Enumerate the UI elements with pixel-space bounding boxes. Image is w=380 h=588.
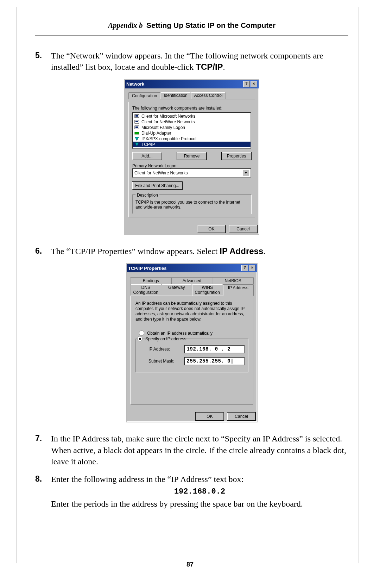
figure-tcpip-dialog: TCP/IP Properties ? × Bindings Advanced …: [35, 263, 348, 422]
step-5-number: 5.: [35, 50, 51, 73]
properties-button[interactable]: Properties: [222, 152, 251, 160]
components-label: The following network components are ins…: [132, 106, 251, 111]
client-icon: [134, 119, 139, 124]
list-item[interactable]: Client for Microsoft Networks: [133, 113, 251, 119]
list-item[interactable]: Microsoft Family Logon: [133, 125, 251, 130]
protocol-icon: [134, 142, 139, 147]
step-7-text: In the IP Address tab, make sure the cir…: [51, 433, 348, 467]
step-7: 7. In the IP Address tab, make sure the …: [35, 433, 348, 467]
help-icon[interactable]: ?: [241, 265, 248, 271]
step-6-number: 6.: [35, 246, 51, 257]
page-rule-left: [16, 7, 17, 563]
chapter-title: Setting Up Static IP on the Computer: [146, 21, 276, 29]
svg-rect-3: [135, 121, 138, 122]
running-head: Appendix b Setting Up Static IP on the C…: [35, 21, 348, 30]
subnet-mask-input[interactable]: 255.255.255. 0|: [184, 357, 245, 365]
primary-logon-dropdown[interactable]: Client for NetWare Networks ▾: [132, 168, 251, 178]
step-7-number: 7.: [35, 433, 51, 467]
radio-specify-ip[interactable]: Specify an IP address:: [137, 336, 245, 341]
list-item[interactable]: IPX/SPX-compatible Protocol: [133, 136, 251, 142]
list-item[interactable]: Client for NetWare Networks: [133, 119, 251, 125]
svg-rect-6: [135, 132, 139, 134]
tcpip-titlebar[interactable]: TCP/IP Properties ? ×: [127, 264, 257, 272]
close-icon[interactable]: ×: [251, 81, 257, 87]
tab-dns-configuration[interactable]: DNS Configuration: [130, 284, 162, 296]
radio-empty-icon: [139, 330, 144, 336]
tab-netbios[interactable]: NetBIOS: [212, 277, 254, 284]
cancel-button[interactable]: Cancel: [229, 225, 257, 233]
head-rule: [35, 35, 348, 36]
tab-identification[interactable]: Identification: [160, 92, 191, 99]
tcpip-tabs: Bindings Advanced NetBIOS DNS Configurat…: [130, 276, 253, 296]
primary-logon-value: Client for NetWare Networks: [134, 171, 188, 175]
step-5: 5. The “Network” window appears. In the …: [35, 50, 348, 73]
tab-access-control[interactable]: Access Control: [191, 92, 226, 99]
add-button[interactable]: Add...: [132, 152, 162, 160]
components-listbox[interactable]: Client for Microsoft Networks Client for…: [132, 112, 251, 149]
chevron-down-icon[interactable]: ▾: [243, 170, 249, 176]
ip-address-label: IP Address:: [148, 347, 179, 352]
description-text: TCP/IP is the protocol you use to connec…: [135, 200, 248, 210]
svg-rect-5: [135, 126, 138, 128]
step-5-text: The “Network” window appears. In the “Th…: [51, 50, 348, 73]
subnet-mask-label: Subnet Mask:: [148, 359, 179, 364]
ip-info-text: An IP address can be automatically assig…: [135, 301, 248, 322]
list-item[interactable]: Dial-Up Adapter: [133, 130, 251, 136]
tab-ip-address[interactable]: IP Address: [223, 284, 254, 296]
cancel-button[interactable]: Cancel: [227, 413, 255, 420]
figure-network-dialog: Network ? × Configuration Identification…: [35, 79, 348, 235]
ok-button[interactable]: OK: [197, 225, 226, 233]
close-icon[interactable]: ×: [249, 265, 255, 271]
appendix-label: Appendix b: [108, 21, 143, 30]
tab-wins-configuration[interactable]: WINS Configuration: [192, 284, 223, 296]
radio-obtain-auto[interactable]: Obtain an IP address automatically: [139, 330, 248, 336]
tcpip-title: TCP/IP Properties: [128, 266, 167, 271]
primary-logon-label: Primary Network Logon:: [132, 163, 251, 168]
radio-filled-icon: [137, 336, 142, 341]
step-8-text: Enter the following address in the “IP A…: [51, 474, 348, 509]
client-icon: [134, 114, 139, 119]
network-tabs: Configuration Identification Access Cont…: [128, 92, 255, 99]
remove-button[interactable]: Remove: [177, 152, 207, 160]
step-8: 8. Enter the following address in the “I…: [35, 474, 348, 509]
tab-bindings[interactable]: Bindings: [130, 277, 172, 284]
svg-rect-1: [135, 115, 138, 117]
ip-code-value: 192.168.0.2: [51, 487, 348, 497]
network-title: Network: [126, 81, 144, 87]
ok-button[interactable]: OK: [196, 413, 224, 420]
step-6: 6. The “TCP/IP Properties” window appear…: [35, 246, 348, 257]
list-item-tcpip[interactable]: TCP/IP: [133, 142, 251, 147]
description-title: Description: [135, 193, 159, 198]
protocol-icon: [134, 136, 139, 141]
page-number: 87: [0, 561, 380, 568]
page-rule-right: [359, 7, 359, 563]
tab-advanced[interactable]: Advanced: [171, 277, 213, 284]
help-icon[interactable]: ?: [243, 81, 250, 87]
file-print-sharing-button[interactable]: File and Print Sharing...: [132, 182, 182, 190]
step-6-text: The “TCP/IP Properties” window appears. …: [51, 246, 348, 257]
network-titlebar[interactable]: Network ? ×: [125, 80, 259, 88]
adapter-icon: [134, 131, 139, 136]
client-icon: [134, 125, 139, 130]
step-8-number: 8.: [35, 474, 51, 509]
ip-address-input[interactable]: 192.168. 0 . 2: [184, 345, 245, 353]
tab-configuration[interactable]: Configuration: [128, 92, 160, 99]
tab-gateway[interactable]: Gateway: [161, 284, 192, 296]
